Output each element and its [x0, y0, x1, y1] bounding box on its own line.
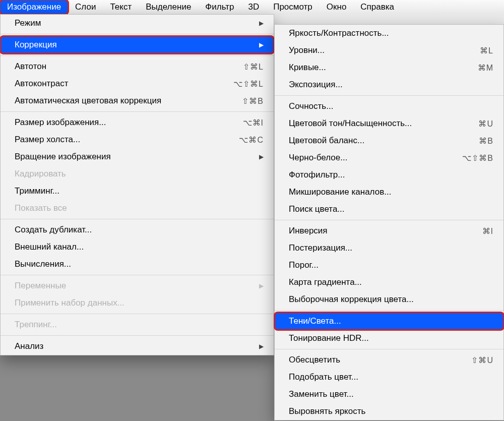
adjustments-item[interactable]: Экспозиция...: [275, 76, 503, 93]
menubar-item-3[interactable]: Выделение: [139, 0, 198, 14]
submenu-arrow-icon: ▶: [259, 282, 264, 289]
menu-item-label: Показать все: [15, 203, 264, 213]
menu-item-label: Постеризация...: [289, 243, 493, 253]
menu-item-label: Уровни...: [289, 45, 480, 55]
menu-item-label: Размер изображения...: [15, 117, 243, 128]
image-menu-item[interactable]: Размер изображения...⌥⌘I: [1, 114, 274, 131]
adjustments-item[interactable]: Подобрать цвет...: [275, 369, 503, 386]
image-menu-item[interactable]: Создать дубликат...: [1, 221, 274, 238]
image-menu-item[interactable]: Коррекция▶: [1, 36, 274, 53]
adjustments-separator: [275, 95, 503, 96]
menu-item-shortcut: ⌥⌘C: [239, 135, 264, 145]
image-menu-item: Применить набор данных...: [1, 294, 274, 312]
menubar-item-8[interactable]: Справка: [353, 0, 401, 14]
menu-item-shortcut: ⇧⌘L: [243, 62, 264, 72]
menu-item-label: Экспозиция...: [289, 80, 493, 90]
submenu-arrow-icon: ▶: [259, 20, 264, 27]
menu-item-label: Размер холста...: [15, 135, 239, 145]
menu-item-label: Цветовой баланс...: [289, 136, 479, 146]
image-menu-item[interactable]: Автоматическая цветовая коррекция⇧⌘B: [1, 92, 274, 109]
menubar-item-6[interactable]: Просмотр: [266, 0, 320, 14]
image-menu-separator: [1, 219, 274, 219]
adjustments-item[interactable]: Выборочная коррекция цвета...: [275, 291, 503, 308]
image-menu-item[interactable]: Режим▶: [1, 15, 274, 32]
adjustments-item[interactable]: Яркость/Контрастность...: [275, 25, 503, 42]
menu-item-shortcut: ⇧⌘B: [242, 96, 264, 106]
menu-item-shortcut: ⇧⌘U: [471, 355, 493, 365]
menubar-item-5[interactable]: 3D: [241, 0, 266, 14]
menu-item-label: Автотон: [15, 62, 243, 72]
image-menu-item[interactable]: Размер холста...⌥⌘C: [1, 131, 274, 148]
image-menu-item[interactable]: Внешний канал...: [1, 238, 274, 256]
adjustments-item[interactable]: Фотофильтр...: [275, 166, 503, 184]
menu-item-label: Вращение изображения: [15, 152, 251, 162]
menu-item-label: Внешний канал...: [15, 242, 264, 252]
image-menu-separator: [1, 314, 274, 314]
menu-item-shortcut: ⌥⇧⌘L: [233, 79, 264, 89]
menu-item-label: Вычисления...: [15, 259, 264, 269]
adjustments-item[interactable]: Черно-белое...⌥⇧⌘B: [275, 149, 503, 166]
menubar-item-2[interactable]: Текст: [103, 0, 139, 14]
adjustments-item[interactable]: Порог...: [275, 257, 503, 274]
image-menu-item[interactable]: Тримминг...: [1, 183, 274, 200]
menu-item-label: Фотофильтр...: [289, 170, 493, 180]
menu-item-shortcut: ⌘I: [482, 226, 493, 236]
adjustments-item[interactable]: Заменить цвет...: [275, 386, 503, 403]
image-menu-item: Показать все: [1, 200, 274, 217]
adjustments-item[interactable]: Кривые...⌘M: [275, 59, 503, 76]
adjustments-separator: [275, 220, 503, 220]
image-menu-item[interactable]: Автотон⇧⌘L: [1, 58, 274, 75]
image-menu-item[interactable]: Автоконтраст⌥⇧⌘L: [1, 75, 274, 92]
menu-item-shortcut: ⌘B: [479, 136, 493, 146]
menu-item-label: Яркость/Контрастность...: [289, 28, 493, 38]
menu-item-label: Тримминг...: [15, 186, 264, 196]
adjustments-separator: [275, 349, 503, 349]
menu-item-label: Черно-белое...: [289, 153, 462, 163]
menu-item-label: Обесцветить: [289, 355, 471, 365]
adjustments-item[interactable]: Обесцветить⇧⌘U: [275, 351, 503, 369]
menubar-item-0[interactable]: Изображение: [0, 0, 68, 14]
adjustments-item[interactable]: Уровни...⌘L: [275, 42, 503, 59]
image-menu-item[interactable]: Анализ▶: [1, 338, 274, 355]
menubar-item-4[interactable]: Фильтр: [198, 0, 241, 14]
adjustments-item[interactable]: Выровнять яркость: [275, 403, 503, 420]
adjustments-item[interactable]: Сочность...: [275, 98, 503, 115]
menu-item-label: Инверсия: [289, 226, 482, 236]
menubar-item-7[interactable]: Окно: [320, 0, 354, 14]
adjustments-item[interactable]: Микширование каналов...: [275, 184, 503, 201]
adjustments-item[interactable]: Цветовой баланс...⌘B: [275, 132, 503, 149]
menu-item-label: Кривые...: [289, 63, 478, 73]
menu-item-label: Карта градиента...: [289, 277, 493, 287]
menu-item-label: Создать дубликат...: [15, 225, 264, 235]
menu-item-label: Микширование каналов...: [289, 187, 493, 197]
menu-item-shortcut: ⌘U: [478, 119, 493, 129]
menu-item-label: Выровнять яркость: [289, 406, 493, 416]
adjustments-item[interactable]: Цветовой тон/Насыщенность...⌘U: [275, 115, 503, 132]
menu-item-label: Автоконтраст: [15, 79, 233, 89]
menu-item-shortcut: ⌥⌘I: [243, 118, 264, 128]
menu-item-shortcut: ⌥⇧⌘B: [462, 153, 493, 163]
menu-item-label: Тонирование HDR...: [289, 333, 493, 343]
adjustments-item[interactable]: Тонирование HDR...: [275, 330, 503, 347]
adjustments-separator: [275, 310, 503, 311]
menu-item-label: Кадрировать: [15, 169, 264, 179]
menu-item-shortcut: ⌘M: [478, 63, 493, 73]
image-menu-item[interactable]: Вращение изображения▶: [1, 148, 274, 165]
menu-item-label: Цветовой тон/Насыщенность...: [289, 118, 478, 129]
adjustments-item[interactable]: Тени/Света...: [275, 313, 503, 330]
image-menu-item[interactable]: Вычисления...: [1, 256, 274, 273]
menubar: ИзображениеСлоиТекстВыделениеФильтр3DПро…: [0, 0, 504, 14]
adjustments-item[interactable]: Поиск цвета...: [275, 201, 503, 218]
submenu-arrow-icon: ▶: [259, 41, 264, 48]
adjustments-item[interactable]: Карта градиента...: [275, 274, 503, 291]
adjustments-item[interactable]: Постеризация...: [275, 239, 503, 257]
menu-item-label: Выборочная коррекция цвета...: [289, 294, 493, 305]
menubar-item-1[interactable]: Слои: [68, 0, 103, 14]
menu-item-label: Порог...: [289, 260, 493, 270]
image-menu-item: Кадрировать: [1, 165, 274, 183]
menu-item-label: Режим: [15, 18, 251, 28]
image-menu-item: Треппинг...: [1, 316, 274, 333]
menu-item-label: Коррекция: [15, 40, 251, 50]
adjustments-item[interactable]: Инверсия⌘I: [275, 222, 503, 239]
submenu-arrow-icon: ▶: [259, 153, 264, 160]
